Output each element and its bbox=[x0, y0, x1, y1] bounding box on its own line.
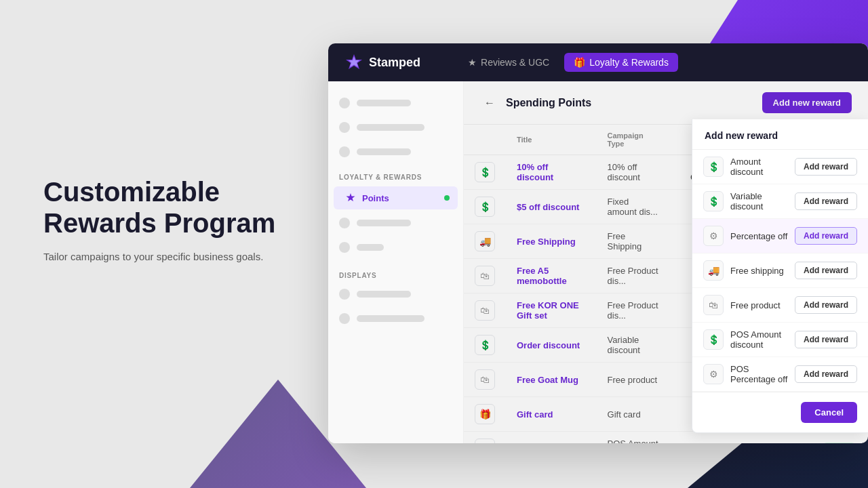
skeleton-bar bbox=[357, 124, 425, 131]
reward-option-left: ⚙ POS Percentage off bbox=[703, 364, 795, 384]
reward-option-left: 🛍 Free product bbox=[703, 295, 781, 315]
skeleton-bar bbox=[357, 220, 411, 226]
add-reward-btn-pos-amount[interactable]: Add reward bbox=[795, 331, 857, 348]
skeleton-bar bbox=[357, 291, 411, 298]
reward-option-name-percentage: Percentage off bbox=[730, 231, 787, 241]
panel-header: Add new reward bbox=[692, 119, 868, 150]
sidebar-skeleton-1 bbox=[328, 92, 463, 114]
sidebar-skeleton-2 bbox=[328, 117, 463, 138]
reward-option-left: 💲 Variable discount bbox=[703, 191, 795, 211]
sidebar-skeleton-7 bbox=[328, 308, 463, 329]
reward-options-list: 💲 Amount discount Add reward 💲 Variable … bbox=[692, 150, 868, 392]
points-icon bbox=[344, 192, 357, 204]
reward-option-name-pos-percent: POS Percentage off bbox=[730, 364, 795, 384]
reward-option-pos-amount: 💲 POS Amount discount Add reward bbox=[692, 323, 868, 357]
nav-item-loyalty[interactable]: 🎁 Loyalty & Rewards bbox=[564, 53, 678, 72]
nav-loyalty-label: Loyalty & Rewards bbox=[589, 57, 669, 68]
reward-option-free-product: 🛍 Free product Add reward bbox=[692, 288, 868, 323]
reward-option-left: 💲 POS Amount discount bbox=[703, 329, 795, 350]
add-reward-btn-variable[interactable]: Add reward bbox=[795, 192, 857, 210]
add-reward-panel: Add new reward 💲 Amount discount Add rew… bbox=[692, 119, 868, 433]
hero-title: Customizable Rewards Program bbox=[43, 176, 281, 239]
panel-footer: Cancel bbox=[692, 392, 868, 432]
active-indicator bbox=[444, 195, 450, 201]
skeleton-bar bbox=[357, 244, 384, 251]
hero-section: Customizable Rewards Program Tailor camp… bbox=[43, 176, 281, 265]
star-icon: ★ bbox=[468, 57, 477, 68]
reward-option-amount: 💲 Amount discount Add reward bbox=[692, 150, 868, 184]
reward-option-icon-free-product: 🛍 bbox=[703, 295, 724, 315]
reward-option-left: 🚚 Free shipping bbox=[703, 260, 784, 281]
reward-option-name-free-product: Free product bbox=[730, 300, 781, 310]
reward-option-percentage: ⚙ Percentage off Add reward bbox=[692, 219, 868, 253]
reward-option-icon-amount: 💲 bbox=[703, 157, 724, 177]
add-reward-btn-pos-percent[interactable]: Add reward bbox=[795, 365, 857, 383]
reward-option-variable: 💲 Variable discount Add reward bbox=[692, 184, 868, 219]
reward-option-free-shipping: 🚚 Free shipping Add reward bbox=[692, 253, 868, 288]
reward-option-name-pos-amount: POS Amount discount bbox=[730, 329, 795, 350]
sidebar-item-points[interactable]: Points bbox=[334, 186, 458, 209]
reward-option-icon-percentage: ⚙ bbox=[703, 226, 724, 246]
skeleton-circle bbox=[339, 289, 350, 300]
reward-option-icon-pos-amount: 💲 bbox=[703, 329, 724, 350]
main-content: ← Spending Points Add new reward Title C… bbox=[464, 81, 868, 443]
skeleton-circle bbox=[339, 146, 350, 157]
sidebar: LOYALTY & REWARDS Points DISPLAYS bbox=[328, 81, 464, 443]
reward-option-icon-variable: 💲 bbox=[703, 191, 724, 211]
reward-option-left: ⚙ Percentage off bbox=[703, 226, 787, 246]
sidebar-skeleton-3 bbox=[328, 141, 463, 163]
nav-reviews-label: Reviews & UGC bbox=[481, 57, 549, 68]
sidebar-skeleton-6 bbox=[328, 283, 463, 305]
skeleton-circle bbox=[339, 98, 350, 108]
add-reward-btn-free-shipping[interactable]: Add reward bbox=[795, 262, 857, 279]
stamped-logo-icon bbox=[344, 53, 363, 72]
skeleton-bar bbox=[357, 148, 411, 155]
sidebar-skeleton-5 bbox=[328, 237, 463, 258]
reward-option-name-variable: Variable discount bbox=[730, 191, 795, 211]
app-body: LOYALTY & REWARDS Points DISPLAYS bbox=[328, 81, 868, 443]
sidebar-item-points-label: Points bbox=[362, 193, 389, 203]
add-reward-btn-percentage[interactable]: Add reward bbox=[795, 227, 857, 245]
sidebar-section-displays: DISPLAYS bbox=[328, 264, 463, 283]
nav-logo: Stamped bbox=[344, 53, 420, 72]
cancel-button[interactable]: Cancel bbox=[801, 402, 857, 423]
add-reward-btn-free-product[interactable]: Add reward bbox=[795, 296, 857, 314]
sidebar-skeleton-4 bbox=[328, 212, 463, 234]
nav-item-reviews[interactable]: ★ Reviews & UGC bbox=[458, 53, 559, 72]
reward-option-pos-percent: ⚙ POS Percentage off Add reward bbox=[692, 357, 868, 392]
skeleton-circle bbox=[339, 122, 350, 133]
skeleton-bar bbox=[357, 315, 425, 322]
app-nav: Stamped ★ Reviews & UGC 🎁 Loyalty & Rewa… bbox=[328, 43, 868, 81]
gift-icon: 🎁 bbox=[574, 57, 585, 68]
reward-option-icon-free-shipping: 🚚 bbox=[703, 260, 724, 281]
reward-option-name-amount: Amount discount bbox=[730, 157, 795, 177]
skeleton-circle bbox=[339, 242, 350, 253]
skeleton-bar bbox=[357, 100, 411, 106]
skeleton-circle bbox=[339, 313, 350, 324]
skeleton-circle bbox=[339, 218, 350, 228]
logo-text: Stamped bbox=[369, 56, 420, 70]
app-window: Stamped ★ Reviews & UGC 🎁 Loyalty & Rewa… bbox=[328, 43, 868, 443]
reward-option-name-free-shipping: Free shipping bbox=[730, 266, 784, 276]
add-reward-btn-amount[interactable]: Add reward bbox=[795, 158, 857, 176]
svg-marker-2 bbox=[347, 193, 355, 201]
reward-option-left: 💲 Amount discount bbox=[703, 157, 795, 177]
hero-subtitle: Tailor campaigns to your specific busine… bbox=[43, 249, 281, 265]
nav-items: ★ Reviews & UGC 🎁 Loyalty & Rewards bbox=[458, 53, 678, 72]
sidebar-section-loyalty: LOYALTY & REWARDS bbox=[328, 165, 463, 185]
reward-option-icon-pos-percent: ⚙ bbox=[703, 364, 724, 384]
